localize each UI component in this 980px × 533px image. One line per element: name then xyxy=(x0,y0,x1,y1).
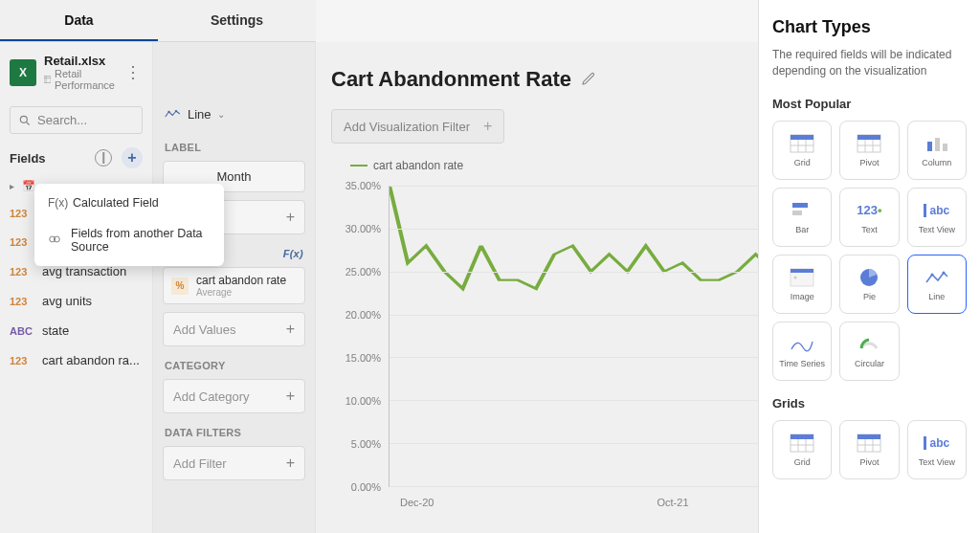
add-viz-filter-button[interactable]: Add Visualization Filter+ xyxy=(331,109,504,144)
add-field-button[interactable]: + xyxy=(122,147,143,168)
chart-type-tile-circular[interactable]: Circular xyxy=(839,322,899,381)
tab-data[interactable]: Data xyxy=(0,0,158,41)
chart-type-tile-grid[interactable]: Grid xyxy=(772,121,832,180)
add-values-button[interactable]: Add Values+ xyxy=(163,312,305,346)
datasource-row: X Retail.xlsx Retail Performance ⋯ xyxy=(0,42,152,102)
add-field-menu: F(x) Calculated Field Fields from anothe… xyxy=(34,184,224,266)
chart-title: Cart Abandonment Rate xyxy=(331,67,571,92)
fx-icon[interactable]: F(x) xyxy=(283,248,303,259)
panel-description: The required fields will be indicated de… xyxy=(772,47,967,79)
menu-fields-other-datasource[interactable]: Fields from another Data Source xyxy=(34,218,224,262)
pie-icon xyxy=(856,267,882,288)
svg-point-5 xyxy=(20,116,27,122)
chart-type-tile-pie[interactable]: Pie xyxy=(839,255,899,314)
chart-type-selector[interactable]: Line ⌄ xyxy=(153,96,315,132)
svg-rect-20 xyxy=(935,138,940,151)
svg-point-6 xyxy=(167,111,169,113)
time-series-icon xyxy=(789,334,815,355)
svg-rect-22 xyxy=(792,203,808,208)
chart-type-tile-text[interactable]: 123•Text xyxy=(839,188,899,247)
line-icon xyxy=(924,267,950,288)
chart-types-panel: Chart Types The required fields will be … xyxy=(758,0,980,533)
bar-icon xyxy=(789,200,815,221)
datasource-table: Retail Performance xyxy=(44,68,118,91)
field-item[interactable]: 123avg units xyxy=(0,286,152,316)
chart-type-tile-pivot[interactable]: Pivot xyxy=(839,420,899,479)
chart-type-tile-image[interactable]: Image xyxy=(772,255,832,314)
svg-point-7 xyxy=(175,110,177,112)
text-icon: 123• xyxy=(856,200,882,221)
chart-type-tile-grid[interactable]: Grid xyxy=(772,420,832,479)
search-input[interactable]: Search... xyxy=(10,106,143,134)
chart-type-tile-pivot[interactable]: Pivot xyxy=(839,121,899,180)
circular-icon xyxy=(856,334,882,355)
datasource-name: Retail.xlsx xyxy=(44,54,118,68)
pivot-icon xyxy=(856,433,882,454)
edit-title-icon[interactable] xyxy=(581,71,596,89)
section-grids: Grids xyxy=(772,396,967,411)
ai-icon[interactable] xyxy=(95,149,112,167)
value-field[interactable]: % cart abandon rateAverage xyxy=(163,267,305,304)
grid-icon xyxy=(789,133,815,154)
menu-calculated-field[interactable]: F(x) Calculated Field xyxy=(34,188,224,218)
grid-icon xyxy=(789,433,815,454)
label-section-header: LABEL xyxy=(153,132,315,157)
svg-rect-36 xyxy=(858,434,880,439)
chart-type-tile-line[interactable]: Line xyxy=(907,255,967,314)
svg-rect-25 xyxy=(791,269,813,273)
svg-rect-2 xyxy=(44,76,51,82)
fields-header: Fields xyxy=(10,151,46,166)
image-icon xyxy=(789,267,815,288)
text-view-icon: abc xyxy=(924,433,950,454)
svg-rect-23 xyxy=(792,211,802,215)
excel-icon: X xyxy=(10,59,36,86)
fx-icon: F(x) xyxy=(48,196,63,210)
svg-rect-19 xyxy=(927,142,932,151)
chart-type-tile-time-series[interactable]: Time Series xyxy=(772,322,832,381)
svg-point-26 xyxy=(794,276,797,278)
tab-settings[interactable]: Settings xyxy=(158,0,316,41)
svg-point-28 xyxy=(930,273,933,276)
field-item[interactable]: ABCstate xyxy=(0,316,152,345)
section-most-popular: Most Popular xyxy=(772,97,967,111)
column-icon xyxy=(924,133,950,154)
panel-title: Chart Types xyxy=(772,17,967,37)
svg-rect-10 xyxy=(791,135,813,140)
chart-type-tile-text-view[interactable]: abcText View xyxy=(907,420,967,479)
svg-rect-15 xyxy=(858,135,880,140)
datasource-menu-icon[interactable]: ⋯ xyxy=(123,64,145,81)
pivot-icon xyxy=(856,133,882,154)
add-category-button[interactable]: Add Category+ xyxy=(163,379,305,413)
svg-rect-21 xyxy=(943,144,947,151)
link-icon xyxy=(48,233,61,249)
chart-type-tile-column[interactable]: Column xyxy=(907,121,967,180)
add-filter-button[interactable]: Add Filter+ xyxy=(163,446,305,480)
svg-point-29 xyxy=(942,271,945,274)
category-section-header: CATEGORY xyxy=(153,350,315,375)
svg-rect-31 xyxy=(791,434,813,439)
chart-type-tile-bar[interactable]: Bar xyxy=(772,188,832,247)
chart-type-tile-text-view[interactable]: abcText View xyxy=(907,188,967,247)
text-view-icon: abc xyxy=(924,200,950,221)
filters-section-header: DATA FILTERS xyxy=(153,417,315,442)
percent-icon: % xyxy=(171,278,189,295)
field-item[interactable]: 123cart abandon ra... xyxy=(0,345,152,375)
